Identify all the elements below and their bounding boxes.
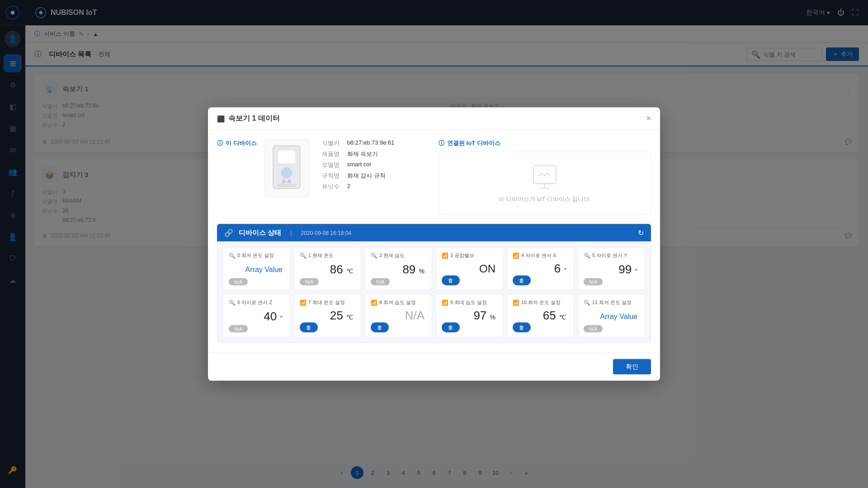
status-card-5: 🔍 5 자이로 센서 Y 99 ° N/A	[578, 247, 645, 291]
status-card-7-value: 25 ℃	[300, 309, 355, 323]
status-card-7: 📶 7 최대 온도 설정 25 ℃ 🗑	[294, 294, 361, 338]
status-card-4-label: 4 자이로 센서 X	[521, 252, 557, 259]
modal-header: ⬛ 속보기 1 데이터 ×	[208, 108, 660, 130]
info-circle-icon: ⓘ	[217, 139, 223, 147]
device-status-header: 🔗 디바이스 상태 | 2020-09-08 16:18:04 ↻	[217, 224, 651, 242]
search-icon-1: 🔍	[300, 252, 307, 258]
search-icon-0: 🔍	[229, 252, 236, 258]
status-date: 2020-09-08 16:18:04	[301, 230, 351, 236]
svg-rect-5	[278, 150, 296, 164]
search-icon-2: 🔍	[371, 252, 377, 258]
status-card-9-label: 9 최대 습도 설정	[450, 299, 487, 306]
status-card-0-label: 0 최저 온도 설정	[237, 252, 274, 259]
status-card-0: 🔍 0 최저 온도 설정 Array Value N/A	[223, 247, 290, 291]
status-card-2-badge: N/A	[371, 278, 390, 286]
status-card-6-value: 40 °	[229, 310, 284, 324]
modal-footer: 확인	[208, 352, 660, 381]
status-card-8-button[interactable]: 🗑	[371, 323, 389, 333]
search-icon-5: 🔍	[584, 252, 590, 258]
status-card-7-header: 📶 7 최대 온도 설정	[300, 299, 355, 306]
device-detail-info: 식별키b8:27:eb:73:9e:61 제품명화재 속보기 모델명smart …	[322, 139, 429, 215]
svg-point-6	[281, 168, 292, 178]
device-section-title: ⓘ 이 디바이스	[217, 139, 257, 147]
status-card-11-label: 11 최저 온도 설정	[592, 299, 632, 306]
iot-message: 이 디바이스가 IoT 디바이스 입니다.	[498, 195, 591, 203]
status-card-9-header: 📶 9 최대 습도 설정	[442, 299, 497, 306]
status-card-4-value: 6 °	[513, 262, 568, 276]
modal-close-button[interactable]: ×	[646, 114, 651, 123]
signal-icon-10: 📶	[513, 299, 519, 305]
status-card-6: 🔍 6 자이로 센서 Z 40 ° N/A	[223, 294, 290, 338]
status-card-11-header: 🔍 11 최저 온도 설정	[584, 299, 639, 306]
status-card-3-value: ON	[442, 262, 497, 275]
modal-body: ⓘ 이 디바이스 식별키b8:27:eb	[208, 130, 660, 352]
status-card-1: 🔍 1 현재 온도 86 ℃ N/A	[294, 247, 361, 291]
status-card-3-header: 📶 3 공압밸브	[442, 252, 497, 259]
status-card-10-value: 65 ℃	[513, 309, 568, 323]
status-card-3-label: 3 공압밸브	[450, 252, 474, 259]
status-card-1-label: 1 현재 온도	[308, 252, 334, 259]
status-card-9-value: 97 %	[442, 309, 497, 323]
status-card-8-value: N/A	[371, 309, 426, 323]
status-card-11: 🔍 11 최저 온도 설정 Array Value N/A	[578, 294, 645, 338]
status-card-3: 📶 3 공압밸브 ON 🗑	[436, 247, 503, 291]
modal-title: ⬛ 속보기 1 데이터	[217, 114, 280, 123]
status-card-10-button[interactable]: 🗑	[513, 323, 531, 333]
status-title: 디바이스 상태	[239, 229, 281, 237]
status-card-8-header: 📶 8 최저 습도 설정	[371, 299, 426, 306]
signal-icon-8: 📶	[371, 299, 377, 305]
status-card-4-header: 📶 4 자이로 센서 X	[513, 252, 568, 259]
info-circle-icon-2: ⓘ	[439, 139, 444, 147]
status-card-4: 📶 4 자이로 센서 X 6 ° 🗑	[507, 247, 574, 291]
svg-rect-7	[282, 180, 286, 183]
status-card-7-label: 7 최대 온도 설정	[308, 299, 345, 306]
status-card-1-header: 🔍 1 현재 온도	[300, 252, 355, 259]
status-card-5-badge: N/A	[584, 278, 603, 286]
status-card-2-label: 2 현재 습도	[379, 252, 405, 259]
device-status-section: 🔗 디바이스 상태 | 2020-09-08 16:18:04 ↻ 🔍 0 최저…	[217, 224, 651, 343]
status-card-8-label: 8 최저 습도 설정	[379, 299, 416, 306]
status-card-7-button[interactable]: 🗑	[300, 323, 318, 333]
search-icon-6: 🔍	[229, 299, 236, 305]
modal-device-data: ⬛ 속보기 1 데이터 × ⓘ 이 디바이스	[208, 108, 660, 381]
device-detail-left: ⓘ 이 디바이스 식별키b8:27:eb	[217, 139, 429, 215]
status-card-6-header: 🔍 6 자이로 센서 Z	[229, 299, 284, 306]
status-card-2-header: 🔍 2 현재 습도	[371, 252, 426, 259]
confirm-button[interactable]: 확인	[613, 359, 651, 375]
signal-icon-4: 📶	[513, 252, 519, 258]
refresh-button[interactable]: ↻	[638, 229, 644, 237]
status-card-5-header: 🔍 5 자이로 센서 Y	[584, 252, 639, 259]
status-card-11-value: Array Value	[584, 312, 639, 320]
status-card-10: 📶 10 최저 온도 설정 65 ℃ 🗑	[507, 294, 574, 338]
status-card-4-button[interactable]: 🗑	[513, 276, 531, 286]
svg-rect-9	[278, 184, 296, 187]
link-icon: 🔗	[224, 229, 233, 237]
iot-section-container: ⓘ 연결된 IoT 디바이스 이 디바이스가 IoT 디바이스 입니다.	[439, 139, 651, 215]
iot-empty-icon	[531, 164, 558, 191]
status-card-1-badge: N/A	[300, 278, 319, 286]
device-image	[264, 139, 309, 198]
status-card-9-button[interactable]: 🗑	[442, 323, 460, 333]
svg-rect-8	[288, 180, 291, 183]
status-card-1-value: 86 ℃	[300, 263, 355, 277]
svg-rect-10	[533, 166, 556, 184]
modal-title-icon: ⬛	[217, 115, 225, 122]
status-card-10-label: 10 최저 온도 설정	[521, 299, 561, 306]
status-card-5-value: 99 °	[584, 263, 639, 277]
modal-top-section: ⓘ 이 디바이스 식별키b8:27:eb	[217, 139, 651, 215]
status-card-0-value: Array Value	[229, 265, 284, 273]
status-card-6-badge: N/A	[229, 325, 248, 333]
modal-title-text: 속보기 1 데이터	[228, 114, 280, 123]
signal-icon-9: 📶	[442, 299, 448, 305]
status-card-9: 📶 9 최대 습도 설정 97 % 🗑	[436, 294, 503, 338]
status-card-0-badge: N/A	[229, 278, 248, 286]
status-card-2: 🔍 2 현재 습도 89 % N/A	[365, 247, 432, 291]
status-cards-grid: 🔍 0 최저 온도 설정 Array Value N/A 🔍 1 현재 온도 8…	[217, 242, 651, 343]
status-card-10-header: 📶 10 최저 온도 설정	[513, 299, 568, 306]
status-card-11-badge: N/A	[584, 325, 603, 333]
status-card-8: 📶 8 최저 습도 설정 N/A 🗑	[365, 294, 432, 338]
status-card-0-header: 🔍 0 최저 온도 설정	[229, 252, 284, 259]
signal-icon-3: 📶	[442, 252, 448, 258]
status-card-3-button[interactable]: 🗑	[442, 276, 460, 286]
search-icon-11: 🔍	[584, 299, 590, 305]
